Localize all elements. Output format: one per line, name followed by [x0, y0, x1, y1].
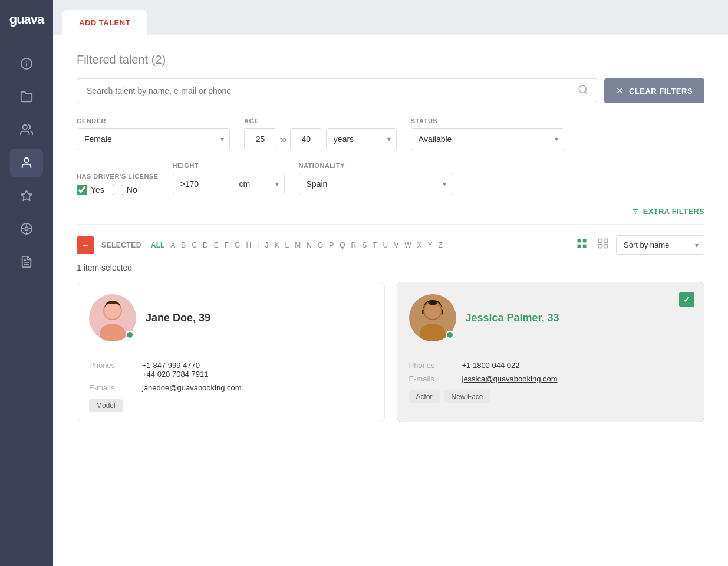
- gender-select-wrap: Female Male Any: [77, 128, 230, 150]
- yes-checkbox[interactable]: [77, 185, 87, 195]
- height-filter-group: HEIGHT cm ft: [173, 162, 285, 195]
- search-icon[interactable]: [569, 84, 597, 97]
- items-selected-count: 1 item selected: [77, 263, 704, 272]
- view-controls: Sort by name Sort by age: [574, 235, 704, 255]
- sidebar-item-folder[interactable]: [10, 83, 43, 111]
- no-checkbox[interactable]: [113, 185, 123, 195]
- sidebar-item-people[interactable]: [10, 116, 43, 144]
- drivers-license-filter-group: HAS DRIVER'S LICENSE Yes No: [77, 173, 159, 195]
- selected-label: SELECTED: [101, 241, 141, 249]
- alpha-R[interactable]: R: [349, 240, 359, 251]
- alpha-H[interactable]: H: [243, 240, 253, 251]
- alpha-V[interactable]: V: [391, 240, 401, 251]
- add-talent-tab[interactable]: ADD TALENT: [62, 10, 147, 35]
- grid-view-button[interactable]: [574, 235, 590, 255]
- emails-value-jessica: jessica@guavabooking.com: [462, 374, 558, 383]
- alpha-J[interactable]: J: [262, 240, 271, 251]
- nationality-select[interactable]: Spain UK USA France: [299, 173, 452, 195]
- status-label: STATUS: [411, 117, 564, 124]
- age-from-input[interactable]: [244, 128, 276, 150]
- svg-rect-20: [599, 245, 602, 248]
- height-unit-select[interactable]: cm ft: [232, 173, 285, 195]
- svg-rect-18: [599, 239, 602, 243]
- sidebar-item-finance[interactable]: [10, 215, 43, 243]
- sidebar: guava: [0, 0, 53, 566]
- svg-line-10: [585, 91, 587, 93]
- extra-filters-button[interactable]: EXTRA FILTERS: [631, 207, 704, 216]
- sidebar-item-invoice[interactable]: [10, 248, 43, 276]
- sort-select-wrap: Sort by name Sort by age: [616, 235, 704, 255]
- alpha-Q[interactable]: Q: [337, 240, 347, 251]
- age-unit-select-wrap: years: [326, 128, 397, 150]
- gender-label: GENDER: [77, 117, 230, 124]
- alpha-E[interactable]: E: [212, 240, 221, 251]
- alpha-C[interactable]: C: [189, 240, 199, 251]
- card-phones-row-jane: Phones +1 847 999 4770 +44 020 7084 7911: [89, 361, 373, 379]
- alpha-L[interactable]: L: [282, 240, 291, 251]
- sidebar-item-info[interactable]: [10, 50, 43, 78]
- email-link-jessica[interactable]: jessica@guavabooking.com: [462, 374, 558, 383]
- alpha-N[interactable]: N: [304, 240, 314, 251]
- alpha-W[interactable]: W: [402, 240, 413, 251]
- alpha-O[interactable]: O: [315, 240, 325, 251]
- svg-point-4: [24, 158, 28, 162]
- svg-point-24: [104, 302, 121, 319]
- alpha-T[interactable]: T: [370, 240, 379, 251]
- svg-rect-14: [578, 239, 581, 243]
- alpha-M[interactable]: M: [292, 240, 303, 251]
- no-checkbox-label[interactable]: No: [113, 185, 137, 195]
- age-unit-select[interactable]: years: [326, 128, 397, 150]
- card-top-jane: Jane Doe, 39: [77, 282, 384, 351]
- alpha-all[interactable]: ALL: [149, 240, 167, 251]
- sort-select[interactable]: Sort by name Sort by age: [616, 235, 704, 255]
- height-input[interactable]: [173, 173, 232, 195]
- svg-point-23: [100, 324, 126, 341]
- deselect-button[interactable]: −: [77, 236, 94, 254]
- alpha-K[interactable]: K: [272, 240, 281, 251]
- sidebar-item-talent[interactable]: [10, 149, 43, 177]
- grid-large-icon: [597, 238, 609, 249]
- status-select[interactable]: Available Unavailable: [411, 128, 564, 150]
- alpha-A[interactable]: A: [168, 240, 177, 251]
- alpha-P[interactable]: P: [327, 240, 336, 251]
- alpha-X[interactable]: X: [415, 240, 424, 251]
- clear-filters-button[interactable]: ✕ CLEAR FILTERS: [604, 78, 704, 103]
- search-input[interactable]: [77, 79, 569, 103]
- list-view-button[interactable]: [595, 235, 611, 255]
- alpha-U[interactable]: U: [381, 240, 391, 251]
- gender-select[interactable]: Female Male Any: [77, 128, 230, 150]
- talent-card-jessica-palmer: Jessica Palmer, 33 ✓ Phones +1 1800 044 …: [397, 282, 705, 422]
- status-dot-jane: [126, 331, 134, 339]
- sidebar-item-favorites[interactable]: [10, 182, 43, 210]
- age-label: AGE: [244, 117, 397, 124]
- avatar-wrap-jane: [89, 294, 136, 341]
- age-to-input[interactable]: [290, 128, 322, 150]
- svg-marker-5: [21, 190, 32, 200]
- people-icon: [20, 123, 33, 136]
- alpha-I[interactable]: I: [255, 240, 261, 251]
- card-check-jessica[interactable]: ✓: [679, 292, 694, 307]
- emails-label-jane: E-mails: [89, 383, 142, 392]
- info-icon: [20, 57, 33, 70]
- yes-checkbox-label[interactable]: Yes: [77, 185, 104, 195]
- alpha-F[interactable]: F: [222, 240, 231, 251]
- svg-rect-21: [604, 245, 608, 248]
- talent-name-jane: Jane Doe, 39: [146, 312, 210, 324]
- status-select-wrap: Available Unavailable: [411, 128, 564, 150]
- phones-label-jessica: Phones: [409, 361, 462, 370]
- svg-point-6: [25, 227, 28, 231]
- emails-value-jane: janedoe@guavabooking.com: [142, 383, 242, 392]
- filter-row-1: GENDER Female Male Any AGE to: [77, 117, 704, 150]
- alpha-Y[interactable]: Y: [426, 240, 435, 251]
- star-icon: [20, 189, 33, 202]
- alpha-S[interactable]: S: [360, 240, 369, 251]
- email-link-jane[interactable]: janedoe@guavabooking.com: [142, 383, 242, 392]
- alpha-Z[interactable]: Z: [436, 240, 445, 251]
- card-body-jane: Phones +1 847 999 4770 +44 020 7084 7911…: [77, 351, 384, 422]
- svg-rect-17: [583, 245, 587, 248]
- search-row: ✕ CLEAR FILTERS: [77, 78, 704, 103]
- card-emails-row-jane: E-mails janedoe@guavabooking.com: [89, 383, 373, 392]
- alpha-D[interactable]: D: [200, 240, 210, 251]
- alpha-B[interactable]: B: [179, 240, 188, 251]
- alpha-G[interactable]: G: [232, 240, 242, 251]
